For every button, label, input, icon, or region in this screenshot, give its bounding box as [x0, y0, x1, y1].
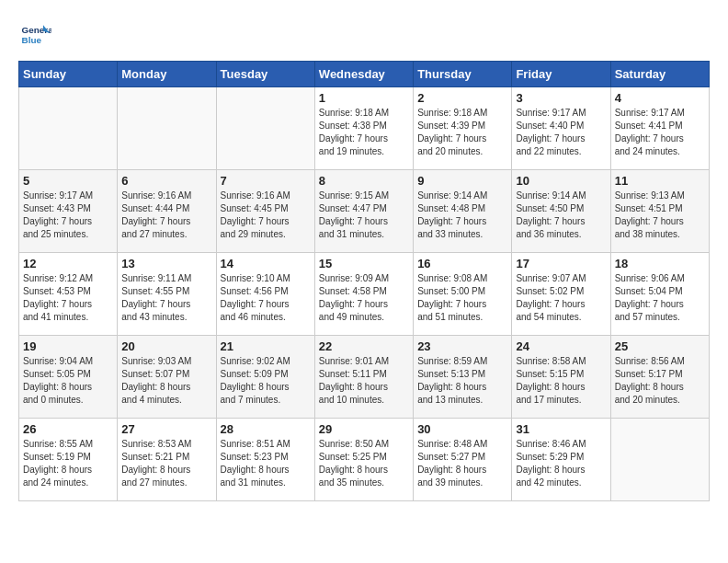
- day-info: Sunrise: 8:53 AM Sunset: 5:21 PM Dayligh…: [121, 438, 211, 489]
- day-number: 3: [516, 91, 606, 105]
- day-number: 18: [615, 257, 705, 270]
- day-info: Sunrise: 9:04 AM Sunset: 5:05 PM Dayligh…: [23, 355, 113, 407]
- day-number: 22: [319, 339, 409, 353]
- day-info: Sunrise: 9:02 AM Sunset: 5:09 PM Dayligh…: [221, 355, 311, 407]
- day-info: Sunrise: 8:50 AM Sunset: 5:25 PM Dayligh…: [319, 438, 409, 489]
- day-info: Sunrise: 8:59 AM Sunset: 5:13 PM Dayligh…: [417, 355, 507, 407]
- day-number: 27: [121, 422, 211, 436]
- day-info: Sunrise: 9:03 AM Sunset: 5:07 PM Dayligh…: [121, 355, 211, 407]
- header-day-thursday: Thursday: [414, 62, 512, 87]
- day-info: Sunrise: 9:01 AM Sunset: 5:11 PM Dayligh…: [319, 355, 409, 407]
- day-number: 29: [319, 422, 409, 436]
- calendar-cell: 29Sunrise: 8:50 AM Sunset: 5:25 PM Dayli…: [314, 419, 413, 501]
- calendar-cell: 10Sunrise: 9:14 AM Sunset: 4:50 PM Dayli…: [512, 170, 610, 253]
- day-number: 2: [417, 91, 507, 105]
- calendar-cell: 8Sunrise: 9:15 AM Sunset: 4:47 PM Daylig…: [314, 170, 413, 253]
- day-info: Sunrise: 9:14 AM Sunset: 4:48 PM Dayligh…: [417, 190, 507, 241]
- day-number: 20: [121, 339, 211, 353]
- calendar-cell: 5Sunrise: 9:17 AM Sunset: 4:43 PM Daylig…: [19, 170, 118, 253]
- calendar-cell: 15Sunrise: 9:09 AM Sunset: 4:58 PM Dayli…: [314, 253, 413, 336]
- day-number: 17: [516, 257, 606, 270]
- logo: General Blue: [18, 18, 55, 52]
- day-info: Sunrise: 8:51 AM Sunset: 5:23 PM Dayligh…: [221, 438, 311, 489]
- header-day-sunday: Sunday: [19, 62, 118, 87]
- calendar-cell: 3Sunrise: 9:17 AM Sunset: 4:40 PM Daylig…: [512, 87, 610, 170]
- day-info: Sunrise: 9:15 AM Sunset: 4:47 PM Dayligh…: [319, 190, 409, 241]
- day-number: 4: [615, 91, 705, 105]
- week-row-4: 19Sunrise: 9:04 AM Sunset: 5:05 PM Dayli…: [19, 336, 710, 419]
- day-info: Sunrise: 9:16 AM Sunset: 4:45 PM Dayligh…: [221, 190, 311, 241]
- calendar-cell: [19, 87, 118, 170]
- day-number: 12: [23, 257, 113, 270]
- day-number: 5: [23, 174, 113, 188]
- logo-icon: General Blue: [18, 18, 51, 52]
- day-number: 25: [615, 339, 705, 353]
- day-number: 23: [417, 339, 507, 353]
- day-number: 28: [221, 422, 311, 436]
- day-number: 24: [516, 339, 606, 353]
- calendar-cell: [610, 419, 709, 501]
- day-number: 14: [221, 257, 311, 270]
- day-info: Sunrise: 9:10 AM Sunset: 4:56 PM Dayligh…: [221, 272, 311, 324]
- day-info: Sunrise: 9:18 AM Sunset: 4:39 PM Dayligh…: [417, 107, 507, 158]
- calendar-cell: 9Sunrise: 9:14 AM Sunset: 4:48 PM Daylig…: [414, 170, 512, 253]
- calendar-cell: 26Sunrise: 8:55 AM Sunset: 5:19 PM Dayli…: [19, 419, 118, 501]
- calendar-cell: 28Sunrise: 8:51 AM Sunset: 5:23 PM Dayli…: [216, 419, 314, 501]
- calendar-cell: 16Sunrise: 9:08 AM Sunset: 5:00 PM Dayli…: [414, 253, 512, 336]
- day-info: Sunrise: 9:13 AM Sunset: 4:51 PM Dayligh…: [615, 190, 705, 241]
- calendar-cell: 13Sunrise: 9:11 AM Sunset: 4:55 PM Dayli…: [118, 253, 216, 336]
- calendar-cell: 27Sunrise: 8:53 AM Sunset: 5:21 PM Dayli…: [118, 419, 216, 501]
- day-info: Sunrise: 9:17 AM Sunset: 4:41 PM Dayligh…: [615, 107, 705, 158]
- day-info: Sunrise: 9:09 AM Sunset: 4:58 PM Dayligh…: [319, 272, 409, 324]
- calendar-cell: 4Sunrise: 9:17 AM Sunset: 4:41 PM Daylig…: [610, 87, 709, 170]
- day-info: Sunrise: 8:55 AM Sunset: 5:19 PM Dayligh…: [23, 438, 113, 489]
- day-number: 26: [23, 422, 113, 436]
- calendar-cell: 18Sunrise: 9:06 AM Sunset: 5:04 PM Dayli…: [610, 253, 709, 336]
- page-header: General Blue: [18, 18, 710, 52]
- svg-text:Blue: Blue: [22, 35, 42, 45]
- calendar-cell: 14Sunrise: 9:10 AM Sunset: 4:56 PM Dayli…: [216, 253, 314, 336]
- day-number: 21: [221, 339, 311, 353]
- calendar-cell: 6Sunrise: 9:16 AM Sunset: 4:44 PM Daylig…: [118, 170, 216, 253]
- calendar-cell: 1Sunrise: 9:18 AM Sunset: 4:38 PM Daylig…: [314, 87, 413, 170]
- header-day-monday: Monday: [118, 62, 216, 87]
- week-row-5: 26Sunrise: 8:55 AM Sunset: 5:19 PM Dayli…: [19, 419, 710, 501]
- day-info: Sunrise: 9:11 AM Sunset: 4:55 PM Dayligh…: [121, 272, 211, 324]
- calendar-cell: 24Sunrise: 8:58 AM Sunset: 5:15 PM Dayli…: [512, 336, 610, 419]
- calendar-table: SundayMondayTuesdayWednesdayThursdayFrid…: [18, 61, 710, 501]
- calendar-cell: 21Sunrise: 9:02 AM Sunset: 5:09 PM Dayli…: [216, 336, 314, 419]
- calendar-cell: 20Sunrise: 9:03 AM Sunset: 5:07 PM Dayli…: [118, 336, 216, 419]
- day-number: 7: [221, 174, 311, 188]
- day-info: Sunrise: 9:17 AM Sunset: 4:43 PM Dayligh…: [23, 190, 113, 241]
- calendar-header-row: SundayMondayTuesdayWednesdayThursdayFrid…: [19, 62, 710, 87]
- day-info: Sunrise: 9:06 AM Sunset: 5:04 PM Dayligh…: [615, 272, 705, 324]
- day-info: Sunrise: 8:46 AM Sunset: 5:29 PM Dayligh…: [516, 438, 606, 489]
- week-row-2: 5Sunrise: 9:17 AM Sunset: 4:43 PM Daylig…: [19, 170, 710, 253]
- day-number: 31: [516, 422, 606, 436]
- day-info: Sunrise: 9:16 AM Sunset: 4:44 PM Dayligh…: [121, 190, 211, 241]
- calendar-cell: [216, 87, 314, 170]
- day-info: Sunrise: 9:17 AM Sunset: 4:40 PM Dayligh…: [516, 107, 606, 158]
- day-number: 8: [319, 174, 409, 188]
- day-number: 11: [615, 174, 705, 188]
- calendar-cell: 11Sunrise: 9:13 AM Sunset: 4:51 PM Dayli…: [610, 170, 709, 253]
- day-number: 6: [121, 174, 211, 188]
- day-number: 1: [319, 91, 409, 105]
- day-number: 16: [417, 257, 507, 270]
- calendar-cell: 2Sunrise: 9:18 AM Sunset: 4:39 PM Daylig…: [414, 87, 512, 170]
- calendar-cell: 22Sunrise: 9:01 AM Sunset: 5:11 PM Dayli…: [314, 336, 413, 419]
- header-day-saturday: Saturday: [610, 62, 709, 87]
- calendar-cell: 31Sunrise: 8:46 AM Sunset: 5:29 PM Dayli…: [512, 419, 610, 501]
- day-number: 30: [417, 422, 507, 436]
- calendar-cell: 23Sunrise: 8:59 AM Sunset: 5:13 PM Dayli…: [414, 336, 512, 419]
- day-info: Sunrise: 8:58 AM Sunset: 5:15 PM Dayligh…: [516, 355, 606, 407]
- calendar-cell: 25Sunrise: 8:56 AM Sunset: 5:17 PM Dayli…: [610, 336, 709, 419]
- week-row-3: 12Sunrise: 9:12 AM Sunset: 4:53 PM Dayli…: [19, 253, 710, 336]
- day-number: 13: [121, 257, 211, 270]
- day-info: Sunrise: 8:48 AM Sunset: 5:27 PM Dayligh…: [417, 438, 507, 489]
- day-number: 9: [417, 174, 507, 188]
- calendar-cell: [118, 87, 216, 170]
- calendar-cell: 17Sunrise: 9:07 AM Sunset: 5:02 PM Dayli…: [512, 253, 610, 336]
- calendar-cell: 12Sunrise: 9:12 AM Sunset: 4:53 PM Dayli…: [19, 253, 118, 336]
- day-info: Sunrise: 9:14 AM Sunset: 4:50 PM Dayligh…: [516, 190, 606, 241]
